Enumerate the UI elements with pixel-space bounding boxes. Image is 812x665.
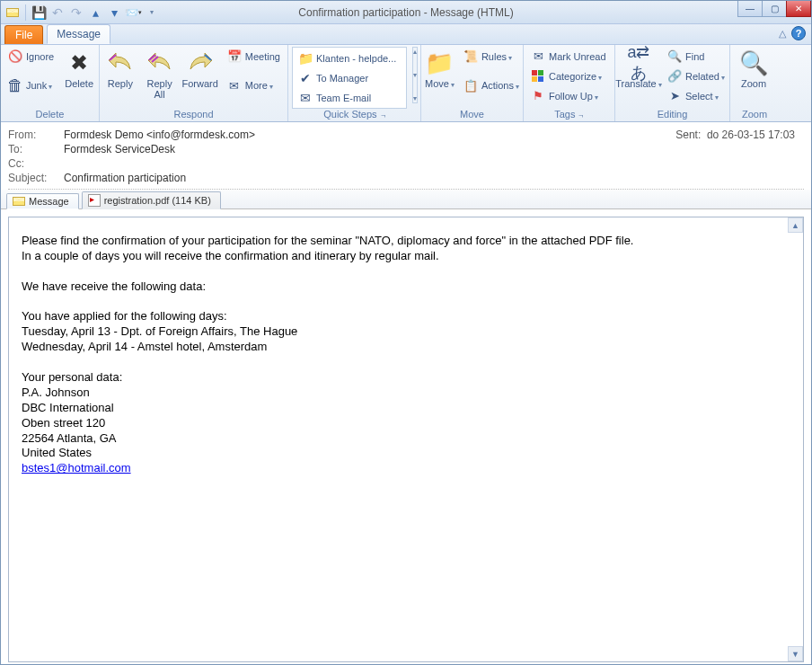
delete-label: Delete [65,78,93,89]
cc-value [64,157,804,170]
help-icon[interactable]: ? [791,26,806,40]
redo-icon[interactable]: ↷ [68,4,84,21]
body-line: Please find the confirmation of your par… [22,234,790,249]
subject-label: Subject: [8,172,64,184]
junk-button[interactable]: 🗑Junk [4,66,57,104]
qs-up-icon[interactable]: ▴ [413,48,417,56]
reply-icon [106,49,135,77]
ignore-icon: 🚫 [8,49,22,64]
junk-label: Junk [26,80,52,91]
translate-button[interactable]: a⇄あ Translate [619,47,658,89]
message-body[interactable]: ▲ ▼ Please find the confirmation of your… [8,217,804,662]
zoom-label: Zoom [741,78,766,89]
actions-icon: 📋 [463,78,478,93]
group-move-label: Move [425,108,519,121]
reply-all-icon [146,49,174,77]
quickstep-klanten[interactable]: 📁Klanten - helpde... [294,49,405,67]
move-button[interactable]: 📁 Move [425,47,455,89]
mark-unread-button[interactable]: ✉Mark Unread [527,47,610,66]
find-label: Find [685,51,704,62]
categorize-button[interactable]: Categorize [527,66,610,85]
categorize-label: Categorize [549,71,602,82]
unread-label: Mark Unread [549,51,606,62]
unread-icon: ✉ [531,49,545,64]
body-line: Wednesday, April 14 - Amstel hotel, Amst… [22,340,790,355]
move-label: Move [425,78,455,89]
zoom-button[interactable]: 🔍 Zoom [734,47,773,89]
maximize-button[interactable]: ▢ [762,1,787,17]
meeting-label: Meeting [245,51,280,62]
find-button[interactable]: 🔍Find [664,47,728,66]
att-msg-label: Message [29,196,69,207]
next-icon[interactable]: ▾ [106,4,122,21]
qs-down-icon[interactable]: ▾ [413,71,417,79]
undo-icon[interactable]: ↶ [49,4,66,21]
forward-button[interactable]: Forward [182,47,218,89]
minimize-button[interactable]: — [737,1,763,17]
att-pdf-label: registration.pdf (114 KB) [104,195,211,206]
ignore-button[interactable]: 🚫Ignore [4,47,57,66]
body-line: You have applied for the following days: [22,309,790,324]
rules-button[interactable]: 📜Rules [460,47,523,66]
attachment-tab-pdf[interactable]: registration.pdf (114 KB) [82,191,221,209]
meeting-icon: 📅 [227,49,242,64]
group-editing-label: Editing [619,108,726,121]
rules-label: Rules [481,51,512,62]
reply-all-button[interactable]: Reply All [143,47,177,100]
ribbon: 🚫Ignore 🗑Junk ✖ Delete Delete Reply [1,45,811,122]
move-icon: 📁 [425,49,454,77]
prev-icon[interactable]: ▴ [87,4,103,21]
subject-value: Confirmation participation [64,172,804,184]
to-value: Formdesk ServiceDesk [64,143,804,155]
group-respond-label: Respond [103,108,284,121]
group-zoom-label: Zoom [734,108,775,121]
reply-all-label: Reply All [147,78,172,100]
save-icon[interactable]: 💾 [31,4,47,21]
related-icon: 🔗 [667,69,682,84]
app-icon [4,4,21,21]
sent-label: Sent: [675,129,701,141]
qat-customize-icon[interactable]: ▾ [144,4,160,21]
actions-button[interactable]: 📋Actions [460,66,523,104]
quickstep-team-email[interactable]: ✉Team E-mail [294,88,405,107]
qs-more-icon[interactable]: ▾ [413,94,417,102]
svg-rect-3 [538,76,543,82]
select-button[interactable]: ➤Select [664,86,728,105]
mail-options-icon[interactable]: 📨▾ [125,4,141,21]
qs-b-label: To Manager [316,73,368,84]
team-email-icon: ✉ [298,91,313,105]
attachment-tab-message[interactable]: Message [6,193,79,209]
close-button[interactable]: ✕ [786,1,811,17]
scroll-up-button[interactable]: ▲ [788,217,803,233]
message-header: From:Formdesk Demo <info@formdesk.com> S… [1,122,811,190]
cc-label: Cc: [8,157,64,170]
body-line: Tuesday, April 13 - Dpt. of Foreign Affa… [22,324,790,340]
minimize-ribbon-icon[interactable]: △ [779,28,786,40]
tab-message[interactable]: Message [47,24,110,44]
window-title: Confirmation participation - Message (HT… [298,6,513,19]
meeting-button[interactable]: 📅Meeting [224,47,284,66]
body-line: 22564 Atlanta, GA [22,431,790,447]
body-line: DBC International [22,401,790,416]
quickstep-to-manager[interactable]: ✔To Manager [294,68,405,87]
group-tags-label: Tags [527,108,611,121]
delete-button[interactable]: ✖ Delete [63,47,95,89]
scroll-down-button[interactable]: ▼ [788,646,803,661]
more-respond-button[interactable]: ✉More [224,66,284,104]
body-line: Oben street 120 [22,416,790,431]
envelope-icon [13,197,25,206]
email-link[interactable]: bstes1@hotmail.com [22,461,131,474]
body-line: Your personal data: [22,370,790,386]
find-icon: 🔍 [667,49,682,64]
more-respond-label: More [245,80,273,91]
title-bar: 💾 ↶ ↷ ▴ ▾ 📨▾ ▾ Confirmation participatio… [1,1,811,24]
group-quicksteps-label: Quick Steps [292,108,417,121]
select-icon: ➤ [667,89,682,103]
followup-button[interactable]: ⚑Follow Up [527,86,610,105]
tab-file[interactable]: File [4,25,43,44]
related-button[interactable]: 🔗Related [664,66,728,85]
body-line: We have receive the following data: [22,279,790,295]
body-line: United States [22,446,790,461]
junk-icon: 🗑 [8,78,22,93]
reply-button[interactable]: Reply [103,47,137,89]
